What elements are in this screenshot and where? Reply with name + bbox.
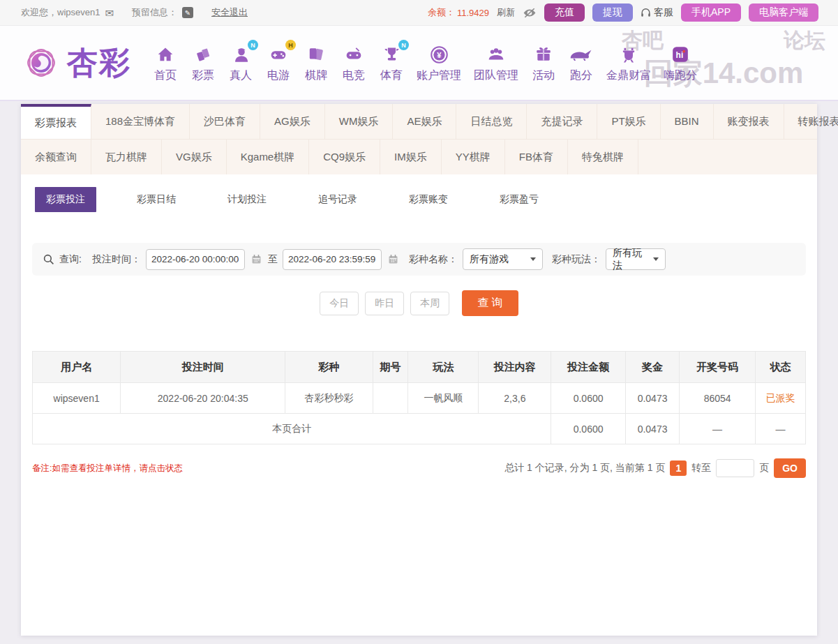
tab-im[interactable]: IM娱乐 (380, 140, 442, 174)
status-link[interactable]: 已派奖 (765, 392, 795, 403)
tab-bbin[interactable]: BBIN (661, 104, 714, 139)
subtab-chase-records[interactable]: 追号记录 (307, 187, 368, 212)
today-button[interactable]: 今日 (320, 292, 359, 315)
tab-pt[interactable]: PT娱乐 (597, 104, 660, 139)
cell-username: wipseven1 (33, 383, 121, 414)
tab-kgame[interactable]: Kgame棋牌 (227, 140, 310, 174)
tab-188-sports[interactable]: 188金宝博体育 (91, 104, 190, 139)
site-header: 杏彩 首页 彩票 N 真人 H 电游 (0, 26, 838, 101)
tab-wm[interactable]: WM娱乐 (325, 104, 394, 139)
pagination-info: 总计 1 个记录, 分为 1 页, 当前第 1 页 (504, 462, 665, 474)
main-nav: 首页 彩票 N 真人 H 电游 棋牌 (147, 43, 703, 83)
nav-item-jinding[interactable]: 金鼎财富 (600, 43, 657, 83)
this-week-button[interactable]: 本周 (410, 292, 449, 315)
tab-transfer-report[interactable]: 转账报表 (784, 104, 838, 139)
tab-ag[interactable]: AG娱乐 (260, 104, 325, 139)
rhino-icon (569, 43, 594, 66)
summary-label: 本页合计 (33, 414, 551, 444)
goto-page-input[interactable] (716, 459, 754, 477)
subtab-lottery-bets[interactable]: 彩票投注 (35, 187, 96, 212)
nav-item-egames[interactable]: H 电游 (260, 43, 297, 83)
subtabs: 彩票投注 彩票日结 计划投注 追号记录 彩票账变 彩票盈亏 (21, 174, 817, 212)
summary-prize-total: 0.0473 (625, 414, 680, 444)
go-button[interactable]: GO (774, 458, 806, 478)
game-select[interactable]: 所有游戏 (463, 248, 543, 270)
tab-balance-query[interactable]: 余额查询 (21, 140, 91, 174)
query-label: 查询: (59, 253, 82, 266)
note-pagination-row: 备注:如需查看投注单详情，请点击状态 总计 1 个记录, 分为 1 页, 当前第… (32, 458, 806, 478)
nav-item-home[interactable]: 首页 (147, 43, 184, 83)
tab-shaba-sports[interactable]: 沙巴体育 (190, 104, 260, 139)
col-bet-time: 投注时间 (121, 352, 285, 383)
live-person-icon: N (228, 43, 253, 66)
game-name-label: 彩种名称： (409, 253, 458, 266)
withdraw-button[interactable]: 提现 (592, 3, 633, 22)
search-button[interactable]: 查 询 (462, 290, 518, 316)
new-badge: N (398, 40, 409, 50)
edit-pencil-icon[interactable]: ✎ (182, 7, 193, 18)
nav-item-lottery[interactable]: 彩票 (184, 43, 222, 83)
site-logo[interactable]: 杏彩 (21, 43, 131, 84)
bet-time-to-input[interactable] (283, 249, 382, 270)
cell-status: 已派奖 (755, 383, 805, 414)
tab-vg[interactable]: VG娱乐 (162, 140, 227, 174)
col-username: 用户名 (33, 352, 121, 383)
tab-yy[interactable]: YY棋牌 (442, 140, 505, 174)
cell-lottery-type: 杏彩秒秒彩 (285, 383, 373, 414)
nav-item-hipaofen[interactable]: hi 嗨跑分 (657, 43, 703, 83)
cell-issue (373, 383, 408, 414)
play-select[interactable]: 所有玩法 (606, 248, 666, 270)
note-text: 备注:如需查看投注单详情，请点击状态 (32, 463, 183, 474)
nav-item-boardcards[interactable]: 棋牌 (297, 43, 335, 83)
nav-item-promotions[interactable]: 活动 (525, 43, 562, 83)
tab-ae[interactable]: AE娱乐 (393, 104, 456, 139)
tab-wali[interactable]: 瓦力棋牌 (91, 140, 162, 174)
logout-link[interactable]: 安全退出 (211, 6, 248, 19)
tab-daily-summary[interactable]: 日结总览 (456, 104, 527, 139)
yesterday-button[interactable]: 昨日 (365, 292, 404, 315)
cell-prize: 0.0473 (625, 383, 680, 414)
tab-account-change[interactable]: 账变报表 (714, 104, 784, 139)
reserved-info-label: 预留信息： (132, 6, 177, 19)
calendar-icon[interactable] (251, 254, 262, 264)
svg-text:hi: hi (676, 50, 684, 60)
tab-lottery-report[interactable]: 彩票报表 (21, 104, 91, 139)
tab-deposit-withdraw[interactable]: 充提记录 (527, 104, 597, 139)
envelope-icon[interactable]: ✉ (105, 8, 114, 18)
subtab-lottery-pnl[interactable]: 彩票盈亏 (488, 187, 550, 212)
recharge-button[interactable]: 充值 (544, 3, 585, 22)
customer-service-link[interactable]: 客服 (641, 6, 673, 19)
gamepad-icon: H (266, 43, 291, 66)
search-icon (43, 254, 54, 265)
mobile-app-button[interactable]: 手机APP (681, 3, 741, 22)
page-1-button[interactable]: 1 (670, 460, 687, 476)
cell-bet-amount: 0.0600 (551, 383, 625, 414)
nav-item-team[interactable]: 团队管理 (467, 43, 525, 83)
nav-item-paofen[interactable]: 跑分 (562, 43, 600, 83)
subtab-lottery-daily[interactable]: 彩票日结 (126, 187, 187, 212)
col-prize: 奖金 (625, 352, 680, 383)
tab-fb[interactable]: FB体育 (505, 140, 568, 174)
nav-item-account[interactable]: ¥ 账户管理 (410, 43, 467, 83)
controller-icon (341, 43, 366, 66)
ticket-icon (190, 43, 216, 66)
refresh-link[interactable]: 刷新 (497, 6, 515, 19)
headset-icon (641, 8, 651, 17)
pagination: 总计 1 个记录, 分为 1 页, 当前第 1 页 1 转至 页 GO (504, 458, 806, 478)
eye-off-icon[interactable] (523, 8, 537, 18)
play-type-label: 彩种玩法： (552, 253, 601, 266)
nav-item-sports[interactable]: N 体育 (373, 43, 410, 83)
pc-client-button[interactable]: 电脑客户端 (749, 3, 818, 22)
trophy-icon: N (379, 43, 404, 66)
summary-bet-total: 0.0600 (551, 414, 625, 444)
col-bet-content: 投注内容 (479, 352, 551, 383)
subtab-lottery-changes[interactable]: 彩票账变 (398, 187, 459, 212)
subtab-plan-bets[interactable]: 计划投注 (216, 187, 278, 212)
calendar-icon[interactable] (388, 254, 398, 264)
bet-time-from-input[interactable] (146, 249, 245, 270)
tab-cq9[interactable]: CQ9娱乐 (309, 140, 380, 174)
nav-item-live[interactable]: N 真人 (222, 43, 260, 83)
tab-tetu[interactable]: 特兔棋牌 (568, 140, 638, 174)
nav-item-esports[interactable]: 电竞 (335, 43, 373, 83)
to-label: 至 (268, 253, 278, 266)
